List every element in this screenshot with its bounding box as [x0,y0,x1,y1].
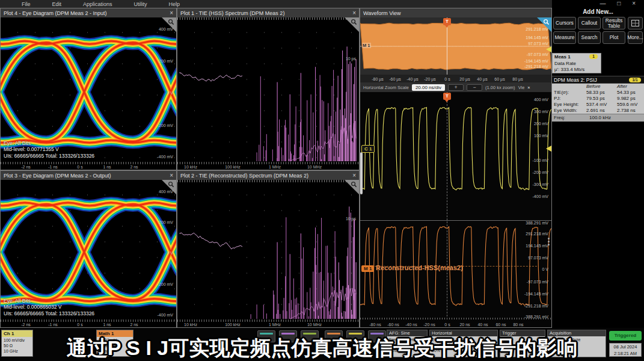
x-axis-label: 2 ns [130,165,138,169]
plot4-panel: Plot 4 - Eye Diagram (DPM Meas 2 - Input… [0,8,177,170]
ch1-badge[interactable]: C 1 [361,145,375,153]
drag-handle[interactable] [548,238,550,247]
marker-arrow [546,46,551,52]
m1-trace-label: Reconstructed-HSS(meas2) [376,264,463,271]
magnifier-icon [351,19,357,25]
y-axis-label: 0 V [167,251,173,255]
display-settings-button[interactable] [628,17,643,29]
zoom-out-button[interactable]: − [467,84,482,91]
close-icon[interactable]: × [632,0,640,7]
eye-readout: Eye: All Bits Mid-level: 0.000865032 V U… [4,298,94,317]
waveform-overview[interactable]: T M 1 291.218 mV 194.145 mV 97.073 mV -9… [360,17,551,75]
plot2-body: 10 ps 10 kHz 100 kHz 1 MHz 10 MHz [177,180,359,327]
x-axis-label: 2 ns [130,322,138,327]
trigger-marker[interactable]: T [443,18,451,25]
ch1-badge-title: Ch 1 [2,330,32,337]
dpm-count-pill: 1/1 [629,78,641,82]
menu-help[interactable]: Help [169,1,180,7]
plot1-title: Plot 1 - TIE (HSS) Spectrum (DPM Meas 2) [180,10,284,16]
m1-x-label: 20 ns [459,322,470,327]
waveform-view-titlebar[interactable]: Waveform View [360,8,551,18]
add-new-header: Add New... [552,8,644,15]
y-axis-label: -400 mV [158,155,173,159]
table-row: Eye Width:2.691 ns2.738 ns [552,108,644,114]
x-axis-label: 10 MHz [307,322,322,327]
scrollbar-thumb[interactable] [360,152,363,194]
m1-y-label: 0 V [542,267,548,271]
m1-badge[interactable]: M 1 [361,265,374,272]
y-axis-label: 10 ps [346,217,356,221]
trigger-level-arrow[interactable] [546,146,551,152]
menu-edit[interactable]: Edit [52,1,62,7]
x-axis-label: 10 kHz [184,322,197,327]
m1-x-label: -80 ns [369,322,381,327]
plot4-body: 400 mV 200 mV 0 V -200 mV -400 mV -2 ns … [1,17,176,170]
minimize-icon[interactable]: — [600,0,611,7]
plot3-titlebar[interactable]: Plot 3 - Eye Diagram (DPM Meas 2 - Outpu… [1,171,176,180]
plot4-titlebar[interactable]: Plot 4 - Eye Diagram (DPM Meas 2 - Input… [1,8,176,18]
plot2-panel: Plot 2 - TIE (Reconstructed) Spectrum (D… [177,170,360,328]
table-row: PJ:79.53 ps9.982 ps [552,96,644,102]
x-axis-label: -1 ns [48,322,58,327]
m1-x-label: -40 ns [405,322,417,327]
table-row: Eye Height:537.4 mV559.6 mV [552,102,644,108]
y-axis-label: 400 mV [159,27,173,31]
x-axis-label: 100 kHz [225,165,241,169]
maximize-icon[interactable]: □ [617,0,625,7]
plot2-titlebar[interactable]: Plot 2 - TIE (Reconstructed) Spectrum (D… [177,171,359,180]
tie-reconstructed-spectrum [177,180,359,327]
plot1-titlebar[interactable]: Plot 1 - TIE (HSS) Spectrum (DPM Meas 2)… [177,8,359,18]
close-icon[interactable]: × [352,10,356,16]
ch1-y-label: 400 mV [534,97,548,102]
m1-y-label: -97.073 mV [527,280,548,284]
m1-x-label: 0 s [444,322,450,327]
close-icon[interactable]: × [170,173,173,179]
plot-button[interactable]: Plot [603,31,625,44]
plot3-body: 400 mV 200 mV 0 V -200 mV -400 mV -2 ns … [1,180,176,327]
measure-button[interactable]: Measure [553,31,576,44]
y-axis-label: 400 mV [159,190,173,194]
close-icon[interactable]: × [527,85,530,90]
x-axis-ruler [177,319,359,322]
col-before: Before [586,84,601,90]
search-button[interactable]: Search [578,31,601,44]
waveform-view-title: Waveform View [363,10,401,16]
ch1-y-label: -100 mV [533,158,548,162]
x-axis-label: 10 MHz [307,165,322,169]
trigger-marker[interactable]: T [443,93,451,100]
menu-file[interactable]: File [22,1,31,7]
waveform-view-panel: Waveform View T M 1 291.218 mV 194.145 m… [360,8,552,328]
m1-y-label: -194.145 mV [524,292,548,296]
menu-applications[interactable]: Applications [83,1,112,7]
cursors-button[interactable]: Cursors [553,17,576,29]
magnifier-icon [168,181,174,188]
overview-y-label: 194.145 mV [526,35,548,40]
ch1-channel-badge[interactable]: Ch 1 100 mV/div 50 Ω 10 GHz [1,330,33,357]
meas1-type: Data Rate [554,61,599,67]
oscilloscope-screen: File Edit Applications Utility Help Plot… [0,0,644,361]
m1-y-label: 194.145 mV [526,244,548,248]
more-button[interactable]: More... [628,31,643,44]
view-label: Vie [518,85,525,90]
menu-utility[interactable]: Utility [134,1,147,7]
magnifier-icon [543,19,550,25]
freq-label: Freq: [554,114,565,122]
overview-y-label: -194.145 mV [524,59,548,63]
callout-button[interactable]: Callout [578,17,601,29]
close-icon[interactable]: × [352,173,356,179]
plot1-panel: Plot 1 - TIE (HSS) Spectrum (DPM Meas 2)… [177,8,360,170]
zoomed-waveform-area[interactable]: T C 1 400 mV 300 mV 200 mV 100 mV -100 m… [360,92,551,327]
zoom-in-button[interactable]: + [448,84,464,91]
x-axis-ruler [177,162,359,164]
x-axis-label: 1 ns [103,322,111,327]
m1-y-label: 97.073 mV [528,256,548,260]
y-axis-label: 200 mV [159,59,173,63]
results-table-button[interactable]: Results Table [603,17,625,29]
zoom-scale-value[interactable]: 20.00 ns/div [412,84,445,91]
overview-y-label: -97.073 mV [527,52,548,57]
control-panel: — □ × Add New... Cursors Callout Results… [552,0,644,328]
close-icon[interactable]: × [170,10,173,16]
x-axis-label: 1 MHz [269,165,281,169]
magnifier-icon [351,181,357,188]
y-axis-label: -200 mV [158,282,173,286]
